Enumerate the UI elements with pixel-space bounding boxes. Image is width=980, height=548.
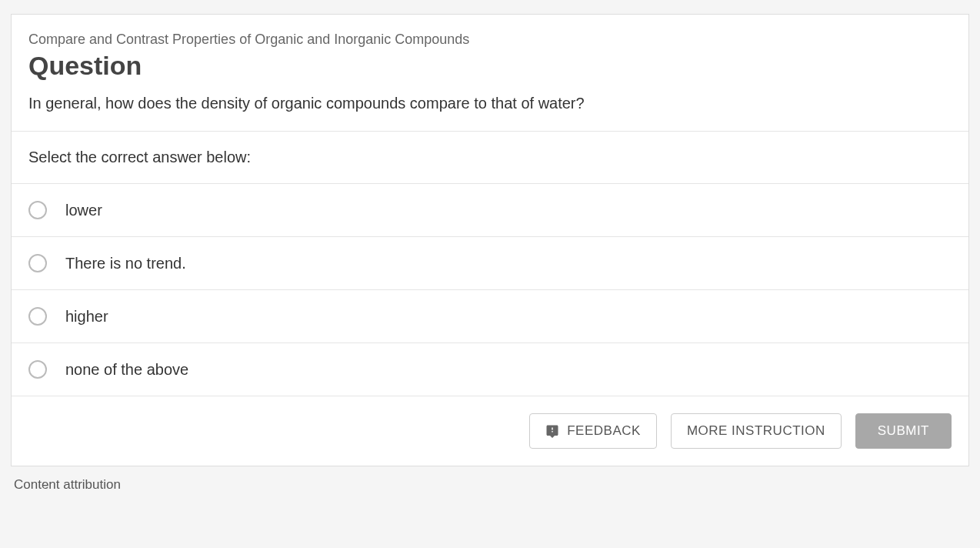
more-instruction-button[interactable]: MORE INSTRUCTION <box>671 413 842 449</box>
radio-icon <box>28 307 47 326</box>
radio-icon <box>28 360 47 379</box>
submit-button[interactable]: SUBMIT <box>855 413 952 449</box>
option-label: There is no trend. <box>65 255 186 272</box>
question-header: Compare and Contrast Properties of Organ… <box>12 15 968 131</box>
feedback-button[interactable]: FEEDBACK <box>529 413 657 449</box>
option-label: none of the above <box>65 361 188 379</box>
instruction-text: Select the correct answer below: <box>28 149 952 166</box>
question-text: In general, how does the density of orga… <box>28 95 952 112</box>
answer-option-1[interactable]: There is no trend. <box>12 236 968 289</box>
footer-actions: FEEDBACK MORE INSTRUCTION SUBMIT <box>12 396 968 466</box>
radio-icon <box>28 201 47 219</box>
instruction-row: Select the correct answer below: <box>12 131 968 183</box>
feedback-icon <box>545 424 559 438</box>
radio-icon <box>28 254 47 272</box>
more-instruction-label: MORE INSTRUCTION <box>687 423 825 439</box>
answer-option-3[interactable]: none of the above <box>12 342 968 396</box>
question-card: Compare and Contrast Properties of Organ… <box>11 14 969 466</box>
option-label: lower <box>65 202 102 219</box>
topic-label: Compare and Contrast Properties of Organ… <box>28 32 952 48</box>
option-label: higher <box>65 308 108 326</box>
feedback-label: FEEDBACK <box>567 423 641 439</box>
question-title: Question <box>28 51 952 81</box>
submit-label: SUBMIT <box>878 423 929 439</box>
answer-option-2[interactable]: higher <box>12 289 968 342</box>
answer-option-0[interactable]: lower <box>12 183 968 236</box>
content-attribution[interactable]: Content attribution <box>11 466 969 493</box>
